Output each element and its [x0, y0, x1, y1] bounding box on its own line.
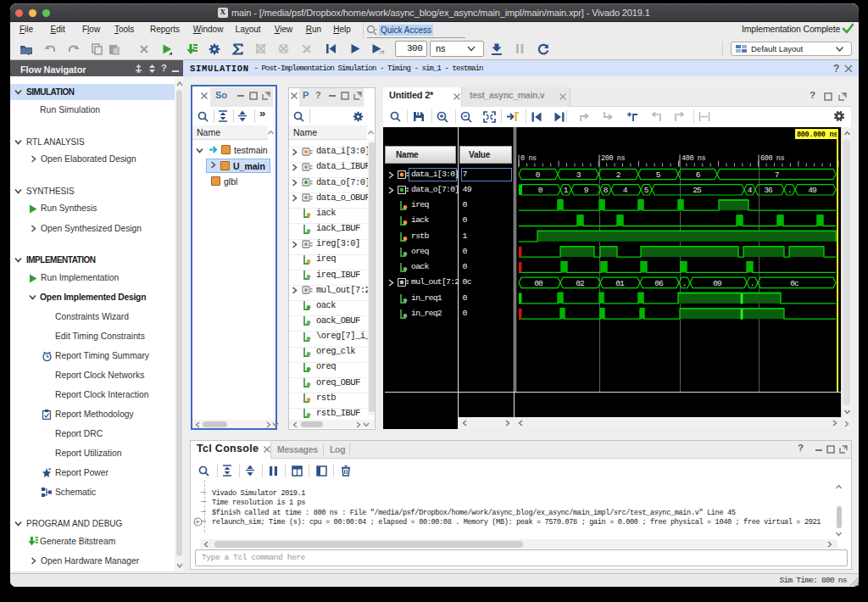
svg-text:0: 0	[536, 170, 541, 180]
svg-text:0c: 0c	[790, 279, 799, 288]
svg-text:01: 01	[615, 279, 625, 288]
svg-text:06: 06	[654, 279, 664, 288]
svg-text:4: 4	[748, 186, 753, 195]
svg-text:25: 25	[693, 186, 702, 195]
svg-text:00: 00	[534, 279, 543, 288]
svg-text:9: 9	[584, 186, 589, 195]
svg-text:1: 1	[564, 186, 569, 195]
svg-text:5: 5	[656, 170, 661, 180]
svg-text:2: 2	[616, 170, 621, 180]
svg-text:.: .	[750, 279, 754, 288]
svg-text:(T): (T)	[380, 50, 385, 55]
svg-text:3: 3	[576, 170, 581, 180]
svg-text:7: 7	[775, 170, 779, 180]
svg-text:36: 36	[764, 186, 773, 195]
svg-text:8: 8	[604, 186, 609, 195]
svg-text:49: 49	[808, 186, 817, 195]
svg-text:.: .	[787, 186, 792, 195]
svg-text:02: 02	[576, 279, 585, 288]
svg-text:4: 4	[623, 186, 628, 195]
svg-text:.: .	[682, 279, 687, 288]
svg-text:09: 09	[713, 279, 722, 288]
svg-text:0: 0	[538, 186, 543, 195]
svg-text:5: 5	[644, 186, 649, 195]
svg-text:6: 6	[696, 170, 701, 180]
